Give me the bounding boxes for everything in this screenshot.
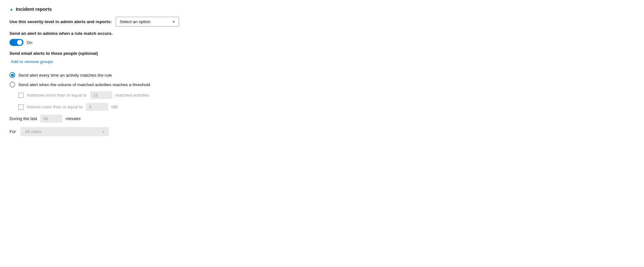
add-remove-groups-link[interactable]: Add or remove groups (11, 59, 53, 64)
section-title: Incident reports (16, 6, 52, 12)
instances-row: Instances more than or equal to matched … (18, 91, 634, 99)
radio-circle-1[interactable] (10, 72, 15, 78)
severity-dropdown[interactable]: Select an option ∨ (116, 17, 179, 27)
radio-inner-1 (11, 74, 14, 77)
radio-circle-2[interactable] (10, 82, 15, 87)
volume-label: Volume more than or equal to (27, 105, 83, 109)
severity-field-label: Use this severity level in admin alerts … (10, 19, 112, 24)
instances-label: Instances more than or equal to (27, 93, 87, 98)
instances-suffix: matched activities (115, 93, 149, 98)
for-dropdown[interactable]: All users ∨ (20, 127, 109, 136)
alert-toggle[interactable] (10, 39, 23, 46)
instances-input[interactable] (90, 91, 112, 99)
toggle-thumb (17, 40, 22, 45)
during-row: During the last minutes (10, 115, 634, 123)
for-row: For All users ∨ (10, 127, 634, 136)
threshold-options: Instances more than or equal to matched … (18, 91, 634, 111)
severity-dropdown-text: Select an option (120, 19, 151, 24)
severity-dropdown-chevron-icon: ∨ (172, 20, 175, 24)
alert-toggle-label: Send an alert to admins when a rule matc… (10, 31, 634, 36)
for-label: For (10, 129, 16, 134)
for-dropdown-chevron-icon: ∨ (102, 130, 105, 134)
volume-suffix: MB (111, 105, 118, 109)
volume-input[interactable] (86, 103, 108, 111)
email-section-label: Send email alerts to these people (optio… (10, 51, 634, 56)
volume-checkbox[interactable] (18, 105, 23, 110)
section-header: ▲ Incident reports (10, 6, 634, 12)
during-suffix: minutes (66, 116, 80, 121)
severity-field-row: Use this severity level in admin alerts … (10, 17, 634, 27)
radio-option-1[interactable]: Send alert every time an activity matche… (10, 72, 634, 78)
for-dropdown-text: All users (25, 129, 41, 134)
collapse-chevron-icon[interactable]: ▲ (10, 7, 13, 11)
instances-checkbox[interactable] (18, 93, 23, 98)
during-input[interactable] (40, 115, 62, 123)
radio-option-2[interactable]: Send alert when the volume of matched ac… (10, 82, 634, 87)
volume-row: Volume more than or equal to MB (18, 103, 634, 111)
toggle-row: On (10, 39, 634, 46)
toggle-state-label: On (27, 40, 32, 45)
radio-label-1: Send alert every time an activity matche… (18, 73, 112, 78)
during-label: During the last (10, 116, 37, 121)
radio-label-2: Send alert when the volume of matched ac… (18, 82, 150, 87)
